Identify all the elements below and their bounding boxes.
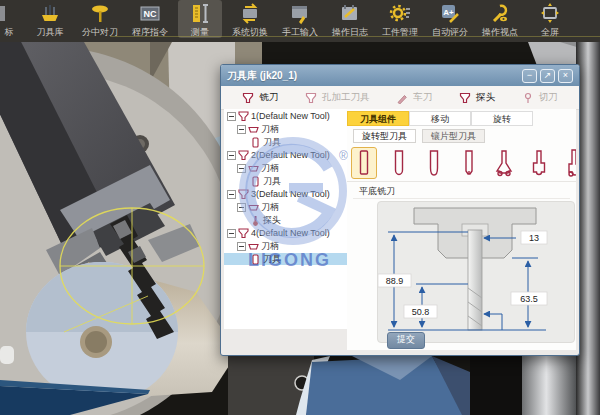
tool-bit-icon (250, 254, 261, 265)
toolbar-item-manual-input[interactable]: 手工输入 (278, 0, 322, 38)
tree-item-holder[interactable]: 刀柄 (224, 240, 347, 252)
svg-text:63.5: 63.5 (520, 294, 538, 304)
collapse-toggle-icon[interactable] (227, 151, 236, 160)
divider (353, 198, 570, 199)
collapse-toggle-icon[interactable] (237, 242, 246, 251)
tool-root-icon (238, 228, 249, 239)
main-toolbar: 标 刀具库 分中对刀 NC 程序指令 测量 系统切换 (0, 0, 600, 42)
manual-input-icon (289, 2, 311, 26)
tool-root-icon (238, 111, 249, 122)
svg-text:NC: NC (144, 9, 157, 19)
svg-text:A+: A+ (443, 8, 454, 17)
tree-item-tool-3[interactable]: 3(Default New Tool) (224, 188, 347, 200)
tree-item-tool-1[interactable]: 1(Default New Tool) (224, 110, 347, 122)
toolbar-item-auto-score[interactable]: A+ 自动评分 (428, 0, 472, 38)
window-buttons: − ↗ × (522, 69, 573, 83)
tab-turning-tool: 车刀 (396, 91, 432, 104)
workpiece-manager-gear-icon (389, 2, 411, 26)
tree-item-holder[interactable]: 刀柄 (224, 162, 347, 174)
turning-tool-pencil-icon (396, 92, 408, 104)
centering-pin-icon (89, 2, 111, 26)
subtab-rotary-tools[interactable]: 旋转型刀具 (353, 129, 416, 143)
tool-type-chamfer-mill-icon[interactable] (456, 147, 482, 179)
tool-type-tslot-mill-icon[interactable] (526, 147, 552, 179)
toolbar-item-system-switch[interactable]: 系统切换 (228, 0, 272, 38)
fullscreen-icon (539, 2, 561, 26)
tool-root-icon (238, 189, 249, 200)
tree-item-tool-2[interactable]: 2(Default New Tool) (224, 149, 347, 161)
svg-text:88.9: 88.9 (386, 276, 404, 286)
svg-text:13: 13 (529, 233, 539, 243)
tab-tool-components[interactable]: 刀具组件 (347, 111, 409, 126)
dim-diameter: 13 (521, 231, 547, 244)
tool-root-icon (238, 150, 249, 161)
close-button[interactable]: × (558, 69, 573, 83)
toolbar-accent-line (110, 36, 600, 37)
tool-bit-icon (250, 176, 261, 187)
tree-item-tool[interactable]: 刀具 (224, 136, 347, 148)
collapse-toggle-icon[interactable] (227, 229, 236, 238)
minimize-button[interactable]: − (522, 69, 537, 83)
panel-tabs: 刀具组件 移动 旋转 (347, 111, 533, 126)
collapse-toggle-icon[interactable] (237, 125, 246, 134)
toolbar-item-viewpoint[interactable]: 操作视点 (478, 0, 522, 38)
system-switch-icon (239, 2, 261, 26)
measure-icon (189, 2, 211, 26)
tree-item-probe[interactable]: 探头 (224, 214, 347, 226)
tab-cutter: 切刀 (522, 91, 558, 104)
tool-library-dialog: 刀具库 (jk20_1) − ↗ × 铣刀 孔加工刀具 车刀 探头 (220, 64, 580, 356)
tool-type-keyseat-mill-icon[interactable] (561, 147, 576, 179)
tree-item-tool-selected[interactable]: 刀具 (224, 253, 347, 265)
hole-tool-icon (305, 92, 317, 104)
toolbar-item-coords[interactable]: 标 (0, 0, 22, 38)
tree-item-tool-4[interactable]: 4(Default New Tool) (224, 227, 347, 239)
svg-text:50.8: 50.8 (412, 307, 430, 317)
restore-button[interactable]: ↗ (540, 69, 555, 83)
tree-item-holder[interactable]: 刀柄 (224, 123, 347, 135)
tree-item-holder[interactable]: 刀柄 (224, 201, 347, 213)
tab-probe[interactable]: 探头 (459, 91, 495, 104)
tool-component-panel: 刀具组件 移动 旋转 旋转型刀具 镶片型刀具 (347, 109, 576, 350)
tool-tree: 1(Default New Tool) 刀柄 刀具 2(Default New … (224, 109, 348, 329)
tool-type-flat-end-mill-icon[interactable] (351, 147, 377, 179)
toolbar-item-workpiece-manager[interactable]: 工件管理 (378, 0, 422, 38)
tab-move[interactable]: 移动 (409, 111, 471, 126)
toolbar-item-fullscreen[interactable]: 全屏 (528, 0, 572, 38)
end-mill-drawing (468, 230, 482, 330)
viewpoint-wrench-icon (489, 2, 511, 26)
tool-holder-icon (248, 241, 259, 252)
dim-cut-length: 63.5 (511, 292, 547, 305)
toolbar-item-tool-library[interactable]: 刀具库 (28, 0, 72, 38)
subtab-insert-tools[interactable]: 镶片型刀具 (422, 129, 485, 143)
toolbar-item-measure[interactable]: 测量 (178, 0, 222, 38)
tool-library-icon (39, 2, 61, 26)
tool-holder-icon (248, 124, 259, 135)
nc-program-icon: NC (139, 2, 161, 26)
collapse-toggle-icon[interactable] (237, 164, 246, 173)
toolbar-item-nc-program[interactable]: NC 程序指令 (128, 0, 172, 38)
submit-button[interactable]: 提交 (387, 332, 425, 349)
operation-log-icon (339, 2, 361, 26)
divider (347, 181, 576, 182)
collapse-toggle-icon[interactable] (227, 112, 236, 121)
toolbar-item-centering[interactable]: 分中对刀 (78, 0, 122, 38)
tool-type-bull-nose-mill-icon[interactable] (421, 147, 447, 179)
tool-bit-icon (250, 137, 261, 148)
tree-item-tool[interactable]: 刀具 (224, 175, 347, 187)
collapse-toggle-icon[interactable] (227, 190, 236, 199)
milling-cutter-icon (242, 92, 254, 104)
cutter-pin-icon (522, 92, 534, 104)
tool-type-ball-end-mill-icon[interactable] (386, 147, 412, 179)
tab-rotate[interactable]: 旋转 (471, 111, 533, 126)
dialog-titlebar[interactable]: 刀具库 (jk20_1) − ↗ × (221, 65, 579, 86)
tool-holder-icon (248, 202, 259, 213)
probe-icon (459, 92, 471, 104)
panel-subtabs: 旋转型刀具 镶片型刀具 (353, 129, 485, 143)
tab-milling-cutter[interactable]: 铣刀 (242, 91, 278, 104)
toolbar-item-operation-log[interactable]: 操作日志 (328, 0, 372, 38)
dialog-title: 刀具库 (jk20_1) (227, 69, 297, 83)
tool-type-dovetail-mill-icon[interactable] (491, 147, 517, 179)
auto-score-icon: A+ (439, 2, 461, 26)
tab-hole-tools: 孔加工刀具 (305, 91, 370, 104)
collapse-toggle-icon[interactable] (237, 203, 246, 212)
